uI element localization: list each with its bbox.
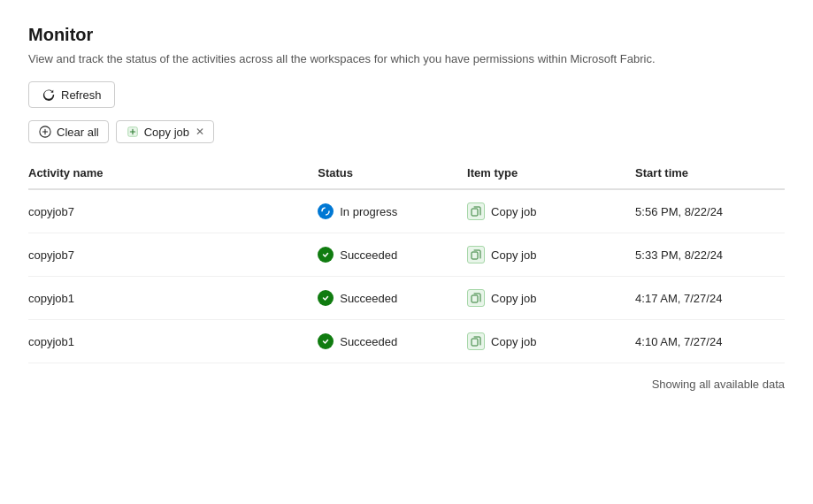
- item-type-text: Copy job: [491, 248, 536, 262]
- svg-rect-3: [472, 209, 478, 216]
- activity-name-cell: copyjob1: [28, 277, 318, 320]
- page-title: Monitor: [28, 25, 785, 45]
- clear-all-icon: [38, 125, 52, 139]
- status-badge: Succeeded: [318, 290, 397, 306]
- item-type-badge: Copy job: [467, 202, 536, 220]
- status-badge: In progress: [318, 203, 397, 219]
- col-header-start-time: Start time: [635, 159, 785, 189]
- col-header-activity-name: Activity name: [28, 159, 318, 189]
- status-cell: Succeeded: [318, 277, 467, 320]
- clear-all-button[interactable]: Clear all: [28, 120, 109, 143]
- item-type-badge: Copy job: [467, 332, 536, 350]
- copy-job-icon: [467, 289, 485, 307]
- svg-rect-4: [472, 252, 478, 259]
- status-text: Succeeded: [340, 248, 397, 262]
- copy-job-icon: [467, 332, 485, 350]
- refresh-button[interactable]: Refresh: [28, 81, 115, 108]
- col-header-status: Status: [318, 159, 467, 189]
- item-type-badge: Copy job: [467, 289, 536, 307]
- status-text: In progress: [340, 205, 397, 218]
- item-type-text: Copy job: [491, 292, 536, 305]
- page-subtitle: View and track the status of the activit…: [28, 52, 785, 65]
- svg-rect-5: [472, 295, 478, 302]
- status-icon-succeeded: [318, 290, 334, 306]
- refresh-icon: [42, 88, 56, 102]
- clear-all-label: Clear all: [57, 126, 99, 139]
- copy-job-filter-icon: [126, 125, 140, 139]
- status-cell: In progress: [318, 189, 467, 233]
- status-cell: Succeeded: [318, 320, 467, 363]
- svg-point-2: [322, 208, 329, 215]
- status-cell: Succeeded: [318, 233, 467, 277]
- item-type-cell: Copy job: [467, 233, 635, 277]
- col-header-item-type: Item type: [467, 159, 635, 189]
- filter-close-icon[interactable]: ✕: [196, 126, 204, 138]
- table-row: copyjob7 In progress Copy job5:56 PM, 8/…: [28, 189, 785, 233]
- status-text: Succeeded: [340, 292, 397, 305]
- table-row: copyjob1 Succeeded Copy job4:17 AM, 7/27…: [28, 277, 785, 320]
- status-text: Succeeded: [340, 335, 397, 348]
- status-badge: Succeeded: [318, 247, 397, 263]
- start-time-cell: 4:17 AM, 7/27/24: [635, 277, 785, 320]
- item-type-cell: Copy job: [467, 189, 635, 233]
- activity-name-cell: copyjob1: [28, 320, 318, 363]
- table-row: copyjob1 Succeeded Copy job4:10 AM, 7/27…: [28, 320, 785, 363]
- item-type-text: Copy job: [491, 335, 536, 348]
- item-type-cell: Copy job: [467, 277, 635, 320]
- start-time-cell: 4:10 AM, 7/27/24: [635, 320, 785, 363]
- copy-job-icon: [467, 246, 485, 263]
- table-header-row: Activity name Status Item type Start tim…: [28, 159, 785, 189]
- table-row: copyjob7 Succeeded Copy job5:33 PM, 8/22…: [28, 233, 785, 277]
- copy-job-icon: [467, 202, 485, 220]
- activity-table: Activity name Status Item type Start tim…: [28, 159, 785, 363]
- item-type-badge: Copy job: [467, 246, 536, 263]
- start-time-cell: 5:33 PM, 8/22/24: [635, 233, 785, 277]
- item-type-cell: Copy job: [467, 320, 635, 363]
- status-icon-succeeded: [318, 247, 334, 263]
- active-filter-chip: Copy job ✕: [116, 120, 214, 143]
- toolbar: Refresh: [28, 81, 785, 108]
- activity-name-cell: copyjob7: [28, 233, 318, 277]
- status-icon-in-progress: [318, 203, 334, 219]
- activity-name-cell: copyjob7: [28, 189, 318, 233]
- start-time-cell: 5:56 PM, 8/22/24: [635, 189, 785, 233]
- monitor-page: Monitor View and track the status of the…: [0, 0, 813, 504]
- table-footer: Showing all available data: [28, 363, 785, 391]
- status-badge: Succeeded: [318, 333, 397, 349]
- svg-rect-6: [472, 339, 478, 346]
- active-filter-label: Copy job: [144, 126, 189, 139]
- status-icon-succeeded: [318, 333, 334, 349]
- filter-bar: Clear all Copy job ✕: [28, 120, 785, 143]
- item-type-text: Copy job: [491, 205, 536, 218]
- refresh-label: Refresh: [61, 88, 102, 102]
